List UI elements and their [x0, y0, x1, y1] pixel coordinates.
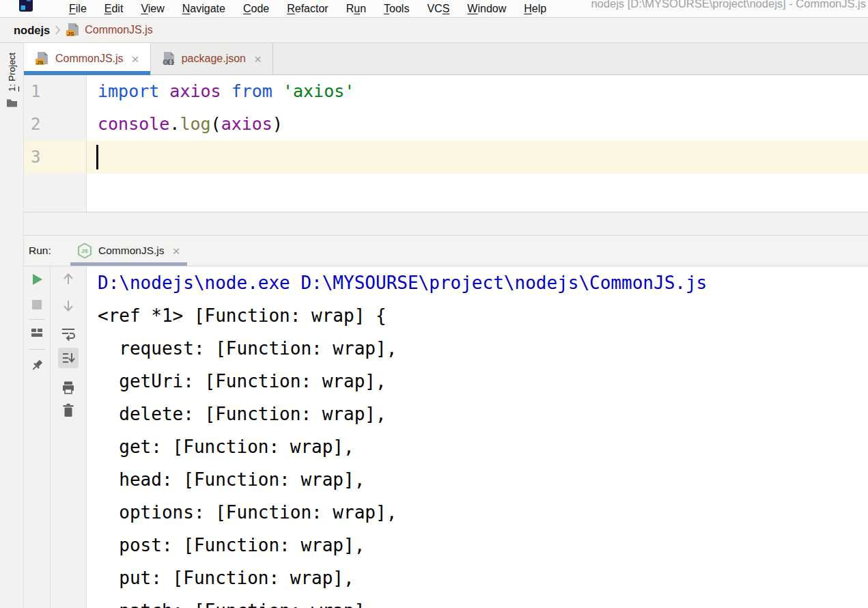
console-line: get: [Function: wrap],	[98, 430, 868, 463]
editor[interactable]: 123 import axios from 'axios'console.log…	[24, 75, 868, 212]
menu-item-window[interactable]: Window	[458, 3, 515, 15]
line-number: 2	[24, 108, 86, 141]
pin-tab-button[interactable]	[29, 358, 44, 373]
navigation-bar: nodejs JS CommonJS.js	[0, 18, 868, 43]
soft-wrap-button[interactable]	[61, 327, 76, 342]
editor-gutter: 123	[24, 75, 87, 212]
tool-window-stripe: 1: Project	[0, 43, 24, 608]
ide-logo-icon	[19, 0, 33, 14]
chevron-right-icon	[55, 25, 61, 36]
js-file-icon: JS	[66, 23, 80, 38]
tab-packagejson[interactable]: {} package.json ×	[151, 43, 273, 74]
window-title: nodejs [D:\MYSOURSE\project\nodejs] - Co…	[591, 0, 866, 10]
ide-window: FileEditViewNavigateCodeRefactorRunTools…	[0, 0, 868, 608]
menu-item-vcs[interactable]: VCS	[418, 3, 458, 15]
console-line: put: [Function: wrap],	[98, 562, 868, 594]
menu-item-tools[interactable]: Tools	[375, 3, 418, 15]
breadcrumb-project[interactable]: nodejs	[14, 24, 50, 37]
menu-item-file[interactable]: File	[60, 3, 96, 15]
package-json-icon: {}	[162, 51, 176, 66]
toolbar-separator	[29, 349, 45, 350]
line-number: 1	[24, 75, 86, 108]
close-tab-icon[interactable]: ×	[132, 53, 139, 66]
restore-layout-button[interactable]	[30, 326, 44, 340]
run-tab[interactable]: JS CommonJS.js ×	[70, 236, 187, 266]
console-line: request: [Function: wrap],	[98, 332, 868, 365]
text-caret	[96, 145, 98, 169]
rerun-button[interactable]	[29, 272, 44, 287]
console-line: options: [Function: wrap],	[98, 496, 868, 529]
svg-text:{}: {}	[167, 59, 174, 66]
folder-icon	[6, 98, 18, 108]
navigate-down-button[interactable]	[62, 299, 74, 313]
nodejs-icon: JS	[77, 243, 92, 259]
scroll-to-end-button[interactable]	[58, 348, 79, 368]
menu-item-refactor[interactable]: Refactor	[278, 3, 337, 15]
tab-commonjs[interactable]: JS CommonJS.js ×	[24, 43, 151, 74]
menu-item-navigate[interactable]: Navigate	[173, 3, 234, 15]
close-tab-icon[interactable]: ×	[254, 53, 262, 66]
breadcrumb-file[interactable]: CommonJS.js	[85, 24, 153, 36]
run-panel-title: Run:	[29, 236, 51, 266]
console-output: D:\nodejs\node.exe D:\MYSOURSE\project\n…	[87, 266, 868, 608]
svg-text:JS: JS	[37, 59, 44, 66]
line-number: 3	[24, 141, 86, 174]
run-toolbar	[24, 266, 51, 608]
run-panel: D:\nodejs\node.exe D:\MYSOURSE\project\n…	[24, 266, 868, 608]
panel-splitter[interactable]	[24, 212, 868, 236]
code-line: import axios from 'axios'	[87, 75, 868, 108]
menu-item-edit[interactable]: Edit	[96, 3, 132, 15]
run-panel-header: Run: JS CommonJS.js ×	[24, 236, 868, 266]
js-file-icon: JS	[35, 51, 49, 66]
clear-all-button[interactable]	[62, 403, 74, 417]
console-line: D:\nodejs\node.exe D:\MYSOURSE\project\n…	[98, 266, 868, 299]
menu-bar: FileEditViewNavigateCodeRefactorRunTools…	[0, 0, 868, 18]
console-line: post: [Function: wrap],	[98, 529, 868, 562]
run-tab-label: CommonJS.js	[98, 245, 164, 257]
toolbar-separator	[29, 319, 45, 320]
console-line: <ref *1> [Function: wrap] {	[98, 299, 868, 332]
close-run-tab-icon[interactable]: ×	[172, 245, 180, 258]
menu-bar-items: FileEditViewNavigateCodeRefactorRunTools…	[60, 0, 555, 18]
menu-item-view[interactable]: View	[132, 3, 173, 15]
console-line: head: [Function: wrap],	[98, 463, 868, 496]
console-line: delete: [Function: wrap],	[98, 398, 868, 430]
svg-text:JS: JS	[81, 248, 88, 254]
menu-item-code[interactable]: Code	[234, 3, 278, 15]
tab-label: package.json	[182, 53, 246, 65]
console-line: getUri: [Function: wrap],	[98, 365, 868, 398]
code-line: console.log(axios)	[87, 108, 868, 141]
stop-button[interactable]	[31, 299, 42, 310]
menu-item-run[interactable]: Run	[337, 3, 375, 15]
editor-tabs: JS CommonJS.js × {} package.json ×	[24, 43, 868, 75]
console-toolbar	[51, 266, 87, 608]
console-line: patch: [Function: wrap]	[98, 594, 868, 608]
project-stripe-label[interactable]: 1: Project	[7, 53, 17, 92]
navigate-up-button[interactable]	[62, 272, 74, 286]
tab-label: CommonJS.js	[55, 53, 124, 65]
print-button[interactable]	[61, 381, 75, 394]
menu-item-help[interactable]: Help	[515, 3, 555, 15]
code-line	[87, 141, 868, 174]
svg-text:JS: JS	[68, 31, 74, 37]
editor-content[interactable]: import axios from 'axios'console.log(axi…	[87, 75, 868, 212]
